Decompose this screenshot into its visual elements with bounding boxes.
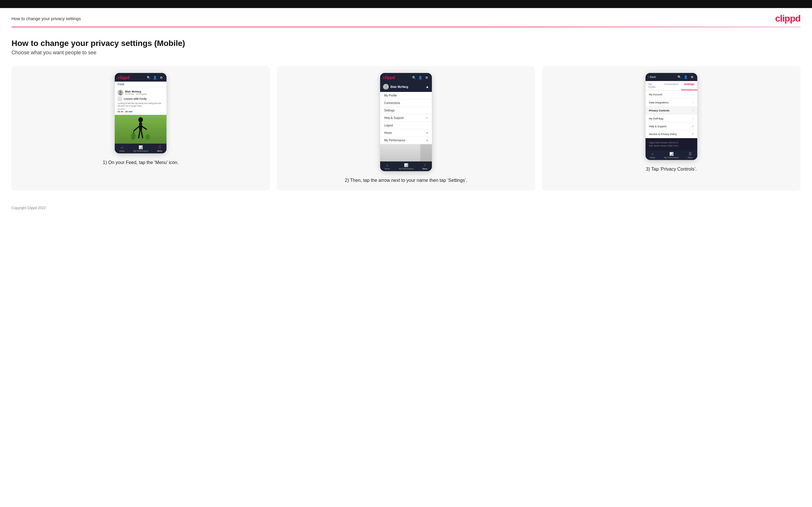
nav-performance: 📊 My Performance [134, 145, 148, 152]
user-icon-3: 👤 [683, 75, 688, 79]
duration-value: 01 hr : 30 min [117, 110, 164, 113]
menu-logout[interactable]: Logout [380, 122, 432, 129]
performance-icon-3: 📊 [669, 152, 674, 156]
data-integrations-label: Data Integrations [649, 101, 669, 104]
version-info: Clippd Client Version: 2022.8.3-3 GQL Se… [646, 138, 697, 150]
menu-home-section[interactable]: Home ▾ [380, 129, 432, 137]
feed-lesson-desc: Looking to feel like my hands are exitin… [117, 102, 164, 107]
svg-point-9 [131, 133, 136, 140]
dropdown-avatar [383, 84, 389, 90]
performance-icon-2: 📊 [404, 163, 408, 167]
nav-menu-label-2: Menu [422, 168, 427, 170]
privacy-controls-chevron-icon: › [693, 109, 694, 112]
feed-username: Blair McHarg [125, 90, 147, 93]
client-version: Clippd Client Version: 2022.8.3-3 [649, 141, 694, 144]
settings-tabs: My Profile Connections Settings [646, 81, 697, 91]
bg-content-peek [380, 144, 432, 161]
menu-help-support[interactable]: Help & Support ↗ [380, 114, 432, 122]
phone-3-bottom-nav: ⌂ Home 📊 My Performance ☰ Menu [646, 150, 697, 160]
nav-performance-2: 📊 My Performance [399, 163, 413, 170]
svg-point-2 [138, 117, 143, 122]
step-3-caption: 3) Tap ‘Privacy Controls’. [646, 166, 697, 173]
duration-label: Duration [117, 108, 164, 110]
menu-connections[interactable]: Connections [380, 99, 432, 107]
page-subheading: Choose what you want people to see [11, 50, 801, 56]
feed-body: Blair McHarg Yesterday · Sunningdale Les… [115, 87, 166, 144]
phone-1-header: clippd 🔍 👤 ⚙ [115, 73, 166, 81]
phone-1-logo: clippd [117, 75, 130, 80]
svg-point-10 [146, 134, 150, 140]
menu-my-profile[interactable]: My Profile [380, 92, 432, 99]
page-heading: How to change your privacy settings (Mob… [11, 39, 801, 48]
svg-line-4 [134, 126, 139, 131]
user-icon: 👤 [153, 75, 157, 80]
settings-item-data-integrations[interactable]: Data Integrations › [646, 99, 697, 107]
settings-item-my-account[interactable]: My Account › [646, 91, 697, 99]
settings-item-service-privacy[interactable]: Service & Privacy Policy ↗ [646, 130, 697, 138]
tab-settings[interactable]: Settings [681, 81, 697, 90]
help-support-ext-icon: ↗ [692, 125, 694, 128]
nav-home-3: ⌂ Home [650, 152, 655, 159]
nav-home-label-3: Home [650, 157, 655, 159]
nav-home-2: ⌂ Home [385, 163, 390, 170]
feed-lesson-row: Lesson with Fordy [117, 97, 164, 101]
svg-point-1 [119, 93, 122, 95]
phone-1-icons: 🔍 👤 ⚙ [146, 75, 164, 80]
step-2-caption: 2) Then, tap the arrow next to your name… [345, 177, 467, 184]
feed-post: Blair McHarg Yesterday · Sunningdale Les… [115, 87, 166, 115]
nav-menu-3: ☰ Menu [688, 152, 693, 159]
feed-user-info: Blair McHarg Yesterday · Sunningdale [125, 90, 147, 95]
nav-performance-label-3: My Performance [664, 157, 679, 159]
nav-performance-label-2: My Performance [399, 168, 413, 170]
privacy-controls-label: Privacy Controls [649, 109, 670, 112]
step-3-card: ‹ Back 🔍 👤 ⚙ My Profile Connections Sett… [542, 66, 801, 191]
my-account-chevron-icon: › [693, 93, 694, 96]
back-button[interactable]: ‹ Back [648, 75, 656, 78]
step-2-phone: clippd 🔍 👤 ⚙ [380, 73, 432, 171]
service-privacy-label: Service & Privacy Policy [649, 133, 677, 135]
performance-chevron-icon: ▾ [426, 139, 428, 142]
settings-item-help-support[interactable]: Help & Support ↗ [646, 123, 697, 130]
search-icon-3: 🔍 [677, 75, 682, 79]
feed-location: Yesterday · Sunningdale [125, 93, 147, 95]
menu-icon: ☰ [158, 145, 161, 149]
phone-2-logo: clippd [383, 75, 395, 80]
menu-performance-section[interactable]: My Performance ▾ [380, 137, 432, 144]
server-version: GQL Server Version: 2022.7.30-1 [649, 144, 694, 147]
top-bar [0, 0, 812, 8]
svg-line-5 [142, 126, 146, 129]
nav-home-label: Home [119, 150, 125, 152]
tab-my-profile[interactable]: My Profile [646, 81, 661, 90]
golfer-svg [131, 116, 151, 142]
step-3-phone: ‹ Back 🔍 👤 ⚙ My Profile Connections Sett… [646, 73, 697, 160]
footer-copyright: Copyright Clippd 2022 [11, 206, 46, 210]
nav-home-label-2: Home [385, 168, 390, 170]
tab-connections[interactable]: Connections [661, 81, 681, 90]
step-2-card: clippd 🔍 👤 ⚙ [277, 66, 536, 191]
svg-point-12 [384, 88, 388, 90]
svg-line-7 [141, 130, 143, 138]
footer: Copyright Clippd 2022 [0, 196, 812, 216]
menu-settings[interactable]: Settings [380, 107, 432, 114]
home-chevron-icon: ▾ [426, 131, 428, 134]
home-icon-2: ⌂ [386, 163, 388, 167]
step-1-phone: clippd 🔍 👤 ⚙ Feed [115, 73, 166, 153]
phone-2-header: clippd 🔍 👤 ⚙ [380, 73, 432, 81]
my-golf-bag-label: My Golf Bag [649, 117, 663, 120]
nav-menu-label: Menu [157, 150, 162, 152]
back-chevron-icon: ‹ [648, 75, 649, 78]
settings-item-privacy-controls[interactable]: Privacy Controls › [646, 107, 697, 115]
nav-menu-2: ✕ Menu [422, 163, 427, 170]
settings-item-my-golf-bag[interactable]: My Golf Bag › [646, 115, 697, 123]
menu-icon-3: ☰ [689, 152, 692, 156]
step-1-card: clippd 🔍 👤 ⚙ Feed [11, 66, 270, 191]
breadcrumb: How to change your privacy settings [11, 16, 81, 21]
my-golf-bag-chevron-icon: › [693, 117, 694, 120]
settings-icon-3: ⚙ [690, 75, 695, 79]
dropdown-username: Blair McHarg [391, 85, 408, 89]
phone-2-icons: 🔍 👤 ⚙ [412, 75, 429, 80]
lesson-title: Lesson with Fordy [123, 97, 147, 100]
settings-icon: ⚙ [159, 75, 164, 80]
external-link-icon: ↗ [425, 117, 428, 119]
nav-performance-3: 📊 My Performance [664, 152, 679, 159]
